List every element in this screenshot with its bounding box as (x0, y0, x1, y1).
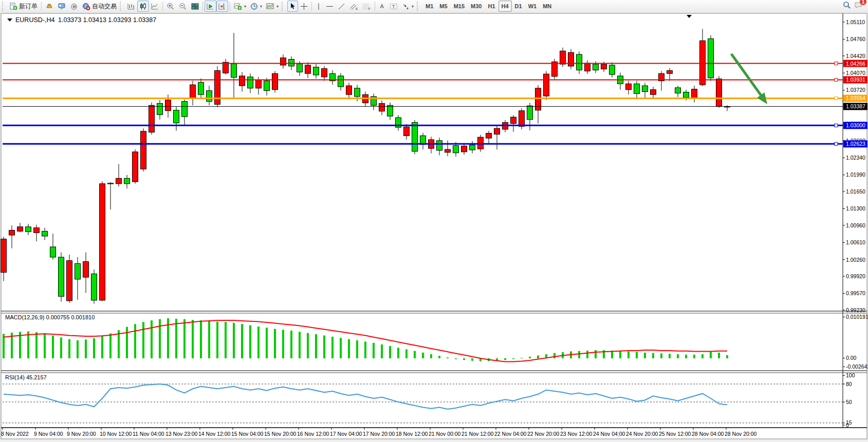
hline-handle[interactable] (835, 97, 838, 100)
hline-handle[interactable] (835, 142, 838, 145)
arrows-tool-button[interactable]: ▾ (400, 1, 416, 12)
zoom-in-button[interactable] (164, 1, 177, 12)
crosshair-button[interactable] (298, 1, 310, 12)
new-order-button[interactable]: 新订单 (8, 1, 40, 12)
trendline-icon (338, 3, 345, 10)
arrows-tool-icon (402, 3, 410, 10)
price-axis-label: 1.01990 (846, 171, 865, 178)
svg-text:T: T (392, 4, 395, 9)
tf-button-d1[interactable]: D1 (512, 1, 525, 12)
market-watch-button[interactable] (43, 1, 56, 12)
time-axis-label: 22 Nov 20:00 (527, 431, 560, 437)
candle (67, 255, 72, 303)
chart-line-icon (151, 3, 159, 10)
rsi-axis-label: 50 (846, 399, 852, 405)
time-axis-label: 13 Nov 23:00 (165, 431, 198, 437)
tf-button-m1[interactable]: M1 (422, 1, 436, 12)
price-badge-label: 1.04266 (846, 61, 865, 67)
chart-shift-button[interactable] (216, 1, 228, 12)
toolbar-drag-handle[interactable] (2, 2, 6, 11)
chart-candles-button[interactable] (137, 1, 149, 12)
tf-button-m30[interactable]: M30 (468, 1, 485, 12)
rsi-axis-label: 80 (846, 381, 852, 387)
toolbar-drag-handle[interactable] (282, 2, 285, 11)
toolbar-drag-handle[interactable] (120, 2, 123, 11)
channel-icon: E (349, 3, 358, 10)
signals-button[interactable] (68, 1, 80, 12)
toolbar-separator (41, 2, 42, 11)
market-watch-icon (45, 3, 53, 10)
fibonacci-icon: F (362, 3, 371, 10)
time-axis-label: 9 Nov 20:00 (67, 431, 96, 437)
hline-tool-button[interactable] (324, 1, 336, 12)
tf-button-m15[interactable]: M15 (451, 1, 468, 12)
time-axis-label: 15 Nov 04:00 (231, 431, 264, 437)
autotrade-label: 自动交易 (92, 2, 117, 11)
chart-title-ohlc: 1.03373 1.03413 1.03293 1.03387 (58, 16, 156, 24)
auto-scroll-icon (207, 3, 214, 10)
fibonacci-tool-button[interactable]: F (360, 1, 373, 12)
search-icon[interactable] (843, 1, 851, 11)
trendline-tool-button[interactable] (336, 1, 347, 12)
price-axis-label: 1.03720 (846, 87, 865, 93)
mt4-application: 新订单 自动交易 ▾ ▾ ▾ E F (0, 0, 868, 442)
hline-handle[interactable] (835, 78, 838, 81)
toolbar-separator (230, 2, 230, 11)
hline-handle[interactable] (835, 124, 838, 127)
chart-line-button[interactable] (149, 1, 161, 12)
price-badge-label: 1.02623 (846, 141, 865, 147)
tf-button-mn[interactable]: MN (540, 1, 555, 12)
time-axis-label: 8 Nov 2022 (1, 431, 29, 437)
candle (133, 149, 138, 184)
indicators-icon (234, 3, 242, 10)
price-axis-label: 1.00260 (846, 257, 865, 263)
tf-button-h4[interactable]: H4 (498, 1, 512, 12)
autotrade-button[interactable]: 自动交易 (80, 1, 119, 12)
text-icon: A (379, 3, 385, 10)
time-axis-label: 14 Nov 12:00 (198, 431, 231, 437)
vline-tool-button[interactable] (313, 1, 324, 12)
text-tool-button[interactable]: A (377, 1, 387, 12)
rsi-axis-label: 0 (846, 422, 849, 428)
tf-button-h1[interactable]: H1 (485, 1, 498, 12)
crosshair-icon (300, 3, 308, 10)
candle (552, 59, 558, 80)
time-axis-label: 18 Nov 12:00 (396, 431, 428, 437)
channel-tool-button[interactable]: E (347, 1, 360, 12)
tile-windows-button[interactable] (189, 1, 201, 12)
candle (272, 71, 278, 92)
tile-windows-icon (191, 3, 199, 10)
auto-scroll-button[interactable] (205, 1, 216, 12)
notifications-button[interactable]: 1 (854, 1, 863, 11)
periods-button[interactable]: ▾ (248, 1, 264, 12)
time-axis-label: 9 Nov 04:00 (34, 431, 63, 437)
toolbar-separator (162, 2, 163, 11)
indicators-button[interactable]: ▾ (232, 1, 248, 12)
price-axis-label: 1.01650 (846, 188, 865, 195)
tf-button-w1[interactable]: W1 (525, 1, 540, 12)
price-axis-label: 1.04420 (846, 53, 865, 59)
chart-bars-button[interactable] (125, 1, 137, 12)
price-axis-label: 1.00960 (846, 222, 865, 228)
toolbar-drag-handle[interactable] (417, 2, 420, 11)
price-axis-label: 1.02340 (846, 155, 865, 161)
autotrade-icon (82, 3, 90, 10)
chart-candles-icon (139, 3, 147, 10)
time-axis-label: 21 Nov 00:00 (429, 431, 461, 437)
templates-button[interactable]: ▾ (264, 1, 281, 12)
time-axis-label: 10 Nov 12:00 (100, 431, 132, 437)
zoom-out-button[interactable] (177, 1, 189, 12)
price-axis-label: 1.05110 (846, 19, 865, 25)
text-label-tool-button[interactable]: T (387, 1, 400, 12)
chevron-down-icon: ▾ (276, 4, 279, 9)
data-window-button[interactable] (56, 1, 68, 12)
macd-axis-label: -0.002642 (846, 363, 868, 370)
hline-handle[interactable] (835, 62, 838, 65)
macd-axis-label: 0.00 (846, 355, 857, 361)
time-axis-label: 21 Nov 12:00 (461, 431, 494, 437)
tf-button-m5[interactable]: M5 (436, 1, 450, 12)
time-axis-label: 23 Nov 12:00 (560, 431, 593, 437)
vline-icon (316, 3, 322, 10)
cursor-button[interactable] (287, 1, 298, 12)
chevron-down-icon: ▾ (412, 4, 414, 9)
